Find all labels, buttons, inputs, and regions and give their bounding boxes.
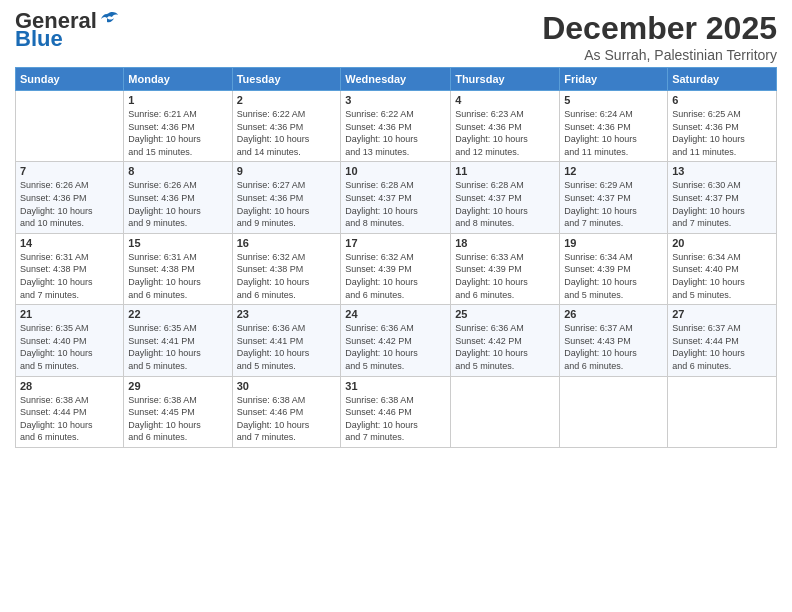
day-number: 7 <box>20 165 119 177</box>
day-info: Sunrise: 6:34 AM Sunset: 4:39 PM Dayligh… <box>564 251 663 301</box>
day-number: 22 <box>128 308 227 320</box>
day-info: Sunrise: 6:22 AM Sunset: 4:36 PM Dayligh… <box>345 108 446 158</box>
calendar-day-cell: 26Sunrise: 6:37 AM Sunset: 4:43 PM Dayli… <box>560 305 668 376</box>
day-info: Sunrise: 6:34 AM Sunset: 4:40 PM Dayligh… <box>672 251 772 301</box>
day-number: 19 <box>564 237 663 249</box>
calendar-day-cell: 29Sunrise: 6:38 AM Sunset: 4:45 PM Dayli… <box>124 376 232 447</box>
month-title: December 2025 <box>542 10 777 47</box>
calendar-week-row: 28Sunrise: 6:38 AM Sunset: 4:44 PM Dayli… <box>16 376 777 447</box>
calendar-week-row: 1Sunrise: 6:21 AM Sunset: 4:36 PM Daylig… <box>16 91 777 162</box>
calendar-day-cell: 22Sunrise: 6:35 AM Sunset: 4:41 PM Dayli… <box>124 305 232 376</box>
day-number: 30 <box>237 380 337 392</box>
day-info: Sunrise: 6:38 AM Sunset: 4:46 PM Dayligh… <box>237 394 337 444</box>
day-info: Sunrise: 6:32 AM Sunset: 4:39 PM Dayligh… <box>345 251 446 301</box>
calendar-day-cell: 12Sunrise: 6:29 AM Sunset: 4:37 PM Dayli… <box>560 162 668 233</box>
calendar-day-cell <box>451 376 560 447</box>
calendar-day-cell: 31Sunrise: 6:38 AM Sunset: 4:46 PM Dayli… <box>341 376 451 447</box>
logo-bird-icon <box>99 11 119 27</box>
calendar-weekday-header: Saturday <box>668 68 777 91</box>
day-info: Sunrise: 6:21 AM Sunset: 4:36 PM Dayligh… <box>128 108 227 158</box>
calendar-table: SundayMondayTuesdayWednesdayThursdayFrid… <box>15 67 777 448</box>
calendar-day-cell: 2Sunrise: 6:22 AM Sunset: 4:36 PM Daylig… <box>232 91 341 162</box>
calendar-day-cell <box>16 91 124 162</box>
day-number: 24 <box>345 308 446 320</box>
day-info: Sunrise: 6:38 AM Sunset: 4:44 PM Dayligh… <box>20 394 119 444</box>
day-number: 10 <box>345 165 446 177</box>
day-info: Sunrise: 6:36 AM Sunset: 4:41 PM Dayligh… <box>237 322 337 372</box>
day-info: Sunrise: 6:28 AM Sunset: 4:37 PM Dayligh… <box>345 179 446 229</box>
day-number: 26 <box>564 308 663 320</box>
day-info: Sunrise: 6:38 AM Sunset: 4:45 PM Dayligh… <box>128 394 227 444</box>
calendar-week-row: 14Sunrise: 6:31 AM Sunset: 4:38 PM Dayli… <box>16 233 777 304</box>
day-info: Sunrise: 6:36 AM Sunset: 4:42 PM Dayligh… <box>455 322 555 372</box>
calendar-day-cell: 10Sunrise: 6:28 AM Sunset: 4:37 PM Dayli… <box>341 162 451 233</box>
calendar-day-cell: 23Sunrise: 6:36 AM Sunset: 4:41 PM Dayli… <box>232 305 341 376</box>
day-number: 5 <box>564 94 663 106</box>
calendar-day-cell: 7Sunrise: 6:26 AM Sunset: 4:36 PM Daylig… <box>16 162 124 233</box>
day-number: 25 <box>455 308 555 320</box>
day-info: Sunrise: 6:22 AM Sunset: 4:36 PM Dayligh… <box>237 108 337 158</box>
day-info: Sunrise: 6:37 AM Sunset: 4:43 PM Dayligh… <box>564 322 663 372</box>
calendar-week-row: 7Sunrise: 6:26 AM Sunset: 4:36 PM Daylig… <box>16 162 777 233</box>
day-number: 11 <box>455 165 555 177</box>
day-info: Sunrise: 6:26 AM Sunset: 4:36 PM Dayligh… <box>128 179 227 229</box>
day-number: 14 <box>20 237 119 249</box>
day-number: 15 <box>128 237 227 249</box>
calendar-day-cell: 3Sunrise: 6:22 AM Sunset: 4:36 PM Daylig… <box>341 91 451 162</box>
location-subtitle: As Surrah, Palestinian Territory <box>542 47 777 63</box>
calendar-day-cell: 18Sunrise: 6:33 AM Sunset: 4:39 PM Dayli… <box>451 233 560 304</box>
day-number: 16 <box>237 237 337 249</box>
day-number: 28 <box>20 380 119 392</box>
calendar-day-cell: 5Sunrise: 6:24 AM Sunset: 4:36 PM Daylig… <box>560 91 668 162</box>
day-info: Sunrise: 6:35 AM Sunset: 4:41 PM Dayligh… <box>128 322 227 372</box>
calendar-day-cell: 24Sunrise: 6:36 AM Sunset: 4:42 PM Dayli… <box>341 305 451 376</box>
page-container: General Blue December 2025 As Surrah, Pa… <box>0 0 792 453</box>
calendar-header-row: SundayMondayTuesdayWednesdayThursdayFrid… <box>16 68 777 91</box>
calendar-weekday-header: Monday <box>124 68 232 91</box>
calendar-week-row: 21Sunrise: 6:35 AM Sunset: 4:40 PM Dayli… <box>16 305 777 376</box>
calendar-day-cell: 30Sunrise: 6:38 AM Sunset: 4:46 PM Dayli… <box>232 376 341 447</box>
day-number: 3 <box>345 94 446 106</box>
day-info: Sunrise: 6:26 AM Sunset: 4:36 PM Dayligh… <box>20 179 119 229</box>
day-number: 8 <box>128 165 227 177</box>
day-number: 2 <box>237 94 337 106</box>
day-info: Sunrise: 6:27 AM Sunset: 4:36 PM Dayligh… <box>237 179 337 229</box>
calendar-day-cell <box>668 376 777 447</box>
calendar-day-cell <box>560 376 668 447</box>
day-number: 23 <box>237 308 337 320</box>
day-info: Sunrise: 6:33 AM Sunset: 4:39 PM Dayligh… <box>455 251 555 301</box>
calendar-day-cell: 17Sunrise: 6:32 AM Sunset: 4:39 PM Dayli… <box>341 233 451 304</box>
day-number: 29 <box>128 380 227 392</box>
day-info: Sunrise: 6:38 AM Sunset: 4:46 PM Dayligh… <box>345 394 446 444</box>
calendar-weekday-header: Sunday <box>16 68 124 91</box>
calendar-weekday-header: Wednesday <box>341 68 451 91</box>
calendar-day-cell: 20Sunrise: 6:34 AM Sunset: 4:40 PM Dayli… <box>668 233 777 304</box>
calendar-day-cell: 1Sunrise: 6:21 AM Sunset: 4:36 PM Daylig… <box>124 91 232 162</box>
day-info: Sunrise: 6:29 AM Sunset: 4:37 PM Dayligh… <box>564 179 663 229</box>
day-number: 21 <box>20 308 119 320</box>
calendar-day-cell: 27Sunrise: 6:37 AM Sunset: 4:44 PM Dayli… <box>668 305 777 376</box>
calendar-weekday-header: Thursday <box>451 68 560 91</box>
day-number: 13 <box>672 165 772 177</box>
header: General Blue December 2025 As Surrah, Pa… <box>15 10 777 63</box>
title-area: December 2025 As Surrah, Palestinian Ter… <box>542 10 777 63</box>
day-info: Sunrise: 6:28 AM Sunset: 4:37 PM Dayligh… <box>455 179 555 229</box>
logo: General Blue <box>15 10 119 50</box>
day-number: 18 <box>455 237 555 249</box>
day-number: 4 <box>455 94 555 106</box>
day-info: Sunrise: 6:35 AM Sunset: 4:40 PM Dayligh… <box>20 322 119 372</box>
calendar-day-cell: 19Sunrise: 6:34 AM Sunset: 4:39 PM Dayli… <box>560 233 668 304</box>
day-number: 12 <box>564 165 663 177</box>
day-info: Sunrise: 6:25 AM Sunset: 4:36 PM Dayligh… <box>672 108 772 158</box>
day-number: 20 <box>672 237 772 249</box>
calendar-day-cell: 11Sunrise: 6:28 AM Sunset: 4:37 PM Dayli… <box>451 162 560 233</box>
day-info: Sunrise: 6:23 AM Sunset: 4:36 PM Dayligh… <box>455 108 555 158</box>
day-info: Sunrise: 6:24 AM Sunset: 4:36 PM Dayligh… <box>564 108 663 158</box>
logo-blue-text: Blue <box>15 28 63 50</box>
day-info: Sunrise: 6:30 AM Sunset: 4:37 PM Dayligh… <box>672 179 772 229</box>
day-info: Sunrise: 6:31 AM Sunset: 4:38 PM Dayligh… <box>20 251 119 301</box>
calendar-day-cell: 28Sunrise: 6:38 AM Sunset: 4:44 PM Dayli… <box>16 376 124 447</box>
day-info: Sunrise: 6:32 AM Sunset: 4:38 PM Dayligh… <box>237 251 337 301</box>
calendar-day-cell: 15Sunrise: 6:31 AM Sunset: 4:38 PM Dayli… <box>124 233 232 304</box>
day-info: Sunrise: 6:31 AM Sunset: 4:38 PM Dayligh… <box>128 251 227 301</box>
